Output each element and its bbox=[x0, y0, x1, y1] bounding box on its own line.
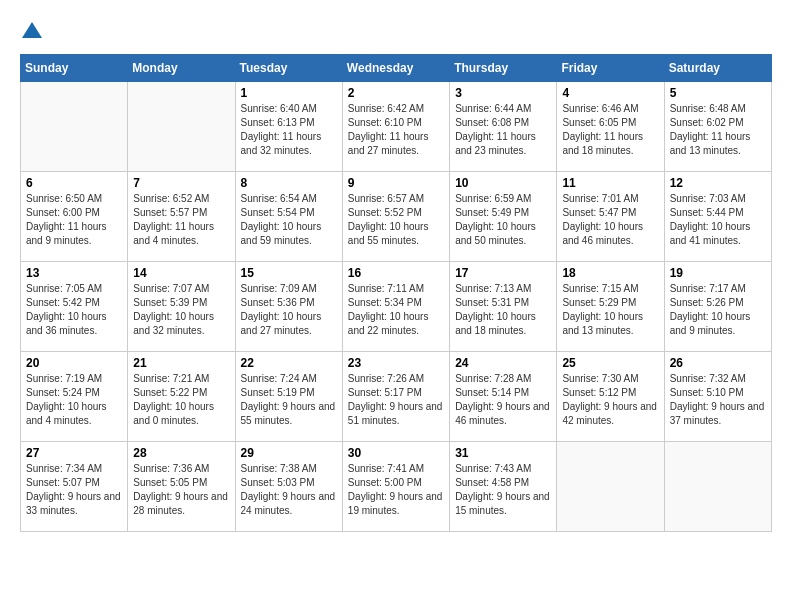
header-tuesday: Tuesday bbox=[235, 55, 342, 82]
calendar-cell: 7Sunrise: 6:52 AM Sunset: 5:57 PM Daylig… bbox=[128, 172, 235, 262]
calendar-week-row: 13Sunrise: 7:05 AM Sunset: 5:42 PM Dayli… bbox=[21, 262, 772, 352]
header-wednesday: Wednesday bbox=[342, 55, 449, 82]
day-number: 22 bbox=[241, 356, 337, 370]
day-number: 23 bbox=[348, 356, 444, 370]
day-info: Sunrise: 7:05 AM Sunset: 5:42 PM Dayligh… bbox=[26, 282, 122, 338]
header-sunday: Sunday bbox=[21, 55, 128, 82]
calendar-cell: 30Sunrise: 7:41 AM Sunset: 5:00 PM Dayli… bbox=[342, 442, 449, 532]
header-monday: Monday bbox=[128, 55, 235, 82]
day-info: Sunrise: 7:01 AM Sunset: 5:47 PM Dayligh… bbox=[562, 192, 658, 248]
day-info: Sunrise: 7:34 AM Sunset: 5:07 PM Dayligh… bbox=[26, 462, 122, 518]
calendar-cell: 19Sunrise: 7:17 AM Sunset: 5:26 PM Dayli… bbox=[664, 262, 771, 352]
calendar-cell bbox=[557, 442, 664, 532]
day-info: Sunrise: 6:44 AM Sunset: 6:08 PM Dayligh… bbox=[455, 102, 551, 158]
day-info: Sunrise: 7:17 AM Sunset: 5:26 PM Dayligh… bbox=[670, 282, 766, 338]
day-info: Sunrise: 7:36 AM Sunset: 5:05 PM Dayligh… bbox=[133, 462, 229, 518]
day-number: 21 bbox=[133, 356, 229, 370]
calendar-cell: 14Sunrise: 7:07 AM Sunset: 5:39 PM Dayli… bbox=[128, 262, 235, 352]
day-number: 19 bbox=[670, 266, 766, 280]
calendar-cell: 2Sunrise: 6:42 AM Sunset: 6:10 PM Daylig… bbox=[342, 82, 449, 172]
day-info: Sunrise: 7:07 AM Sunset: 5:39 PM Dayligh… bbox=[133, 282, 229, 338]
calendar-cell: 5Sunrise: 6:48 AM Sunset: 6:02 PM Daylig… bbox=[664, 82, 771, 172]
calendar-week-row: 27Sunrise: 7:34 AM Sunset: 5:07 PM Dayli… bbox=[21, 442, 772, 532]
calendar-cell: 28Sunrise: 7:36 AM Sunset: 5:05 PM Dayli… bbox=[128, 442, 235, 532]
day-number: 17 bbox=[455, 266, 551, 280]
day-info: Sunrise: 7:26 AM Sunset: 5:17 PM Dayligh… bbox=[348, 372, 444, 428]
day-number: 1 bbox=[241, 86, 337, 100]
day-number: 16 bbox=[348, 266, 444, 280]
calendar-cell: 21Sunrise: 7:21 AM Sunset: 5:22 PM Dayli… bbox=[128, 352, 235, 442]
day-info: Sunrise: 7:30 AM Sunset: 5:12 PM Dayligh… bbox=[562, 372, 658, 428]
day-info: Sunrise: 6:48 AM Sunset: 6:02 PM Dayligh… bbox=[670, 102, 766, 158]
svg-marker-0 bbox=[22, 22, 42, 38]
day-number: 24 bbox=[455, 356, 551, 370]
day-info: Sunrise: 7:15 AM Sunset: 5:29 PM Dayligh… bbox=[562, 282, 658, 338]
day-info: Sunrise: 6:54 AM Sunset: 5:54 PM Dayligh… bbox=[241, 192, 337, 248]
calendar-cell: 20Sunrise: 7:19 AM Sunset: 5:24 PM Dayli… bbox=[21, 352, 128, 442]
day-info: Sunrise: 6:57 AM Sunset: 5:52 PM Dayligh… bbox=[348, 192, 444, 248]
calendar-cell: 10Sunrise: 6:59 AM Sunset: 5:49 PM Dayli… bbox=[450, 172, 557, 262]
calendar-cell: 22Sunrise: 7:24 AM Sunset: 5:19 PM Dayli… bbox=[235, 352, 342, 442]
day-info: Sunrise: 6:42 AM Sunset: 6:10 PM Dayligh… bbox=[348, 102, 444, 158]
calendar-cell bbox=[21, 82, 128, 172]
calendar-cell: 29Sunrise: 7:38 AM Sunset: 5:03 PM Dayli… bbox=[235, 442, 342, 532]
day-number: 25 bbox=[562, 356, 658, 370]
header-friday: Friday bbox=[557, 55, 664, 82]
calendar-cell: 4Sunrise: 6:46 AM Sunset: 6:05 PM Daylig… bbox=[557, 82, 664, 172]
day-number: 5 bbox=[670, 86, 766, 100]
calendar-cell: 24Sunrise: 7:28 AM Sunset: 5:14 PM Dayli… bbox=[450, 352, 557, 442]
header-saturday: Saturday bbox=[664, 55, 771, 82]
day-number: 7 bbox=[133, 176, 229, 190]
calendar-cell: 18Sunrise: 7:15 AM Sunset: 5:29 PM Dayli… bbox=[557, 262, 664, 352]
day-info: Sunrise: 7:21 AM Sunset: 5:22 PM Dayligh… bbox=[133, 372, 229, 428]
calendar-cell: 15Sunrise: 7:09 AM Sunset: 5:36 PM Dayli… bbox=[235, 262, 342, 352]
header-thursday: Thursday bbox=[450, 55, 557, 82]
day-number: 8 bbox=[241, 176, 337, 190]
day-number: 6 bbox=[26, 176, 122, 190]
day-info: Sunrise: 7:09 AM Sunset: 5:36 PM Dayligh… bbox=[241, 282, 337, 338]
calendar-cell: 3Sunrise: 6:44 AM Sunset: 6:08 PM Daylig… bbox=[450, 82, 557, 172]
day-number: 14 bbox=[133, 266, 229, 280]
day-number: 12 bbox=[670, 176, 766, 190]
day-info: Sunrise: 7:11 AM Sunset: 5:34 PM Dayligh… bbox=[348, 282, 444, 338]
calendar-cell: 11Sunrise: 7:01 AM Sunset: 5:47 PM Dayli… bbox=[557, 172, 664, 262]
day-number: 26 bbox=[670, 356, 766, 370]
day-info: Sunrise: 7:28 AM Sunset: 5:14 PM Dayligh… bbox=[455, 372, 551, 428]
calendar-cell: 27Sunrise: 7:34 AM Sunset: 5:07 PM Dayli… bbox=[21, 442, 128, 532]
calendar-cell bbox=[128, 82, 235, 172]
day-info: Sunrise: 7:43 AM Sunset: 4:58 PM Dayligh… bbox=[455, 462, 551, 518]
day-number: 20 bbox=[26, 356, 122, 370]
calendar-cell: 26Sunrise: 7:32 AM Sunset: 5:10 PM Dayli… bbox=[664, 352, 771, 442]
calendar-cell: 25Sunrise: 7:30 AM Sunset: 5:12 PM Dayli… bbox=[557, 352, 664, 442]
day-number: 13 bbox=[26, 266, 122, 280]
day-number: 29 bbox=[241, 446, 337, 460]
calendar-cell: 16Sunrise: 7:11 AM Sunset: 5:34 PM Dayli… bbox=[342, 262, 449, 352]
day-number: 3 bbox=[455, 86, 551, 100]
day-number: 15 bbox=[241, 266, 337, 280]
calendar-cell: 13Sunrise: 7:05 AM Sunset: 5:42 PM Dayli… bbox=[21, 262, 128, 352]
day-info: Sunrise: 6:52 AM Sunset: 5:57 PM Dayligh… bbox=[133, 192, 229, 248]
day-info: Sunrise: 7:19 AM Sunset: 5:24 PM Dayligh… bbox=[26, 372, 122, 428]
day-number: 28 bbox=[133, 446, 229, 460]
day-info: Sunrise: 7:32 AM Sunset: 5:10 PM Dayligh… bbox=[670, 372, 766, 428]
calendar-cell: 23Sunrise: 7:26 AM Sunset: 5:17 PM Dayli… bbox=[342, 352, 449, 442]
day-info: Sunrise: 6:40 AM Sunset: 6:13 PM Dayligh… bbox=[241, 102, 337, 158]
calendar-cell: 17Sunrise: 7:13 AM Sunset: 5:31 PM Dayli… bbox=[450, 262, 557, 352]
day-info: Sunrise: 7:41 AM Sunset: 5:00 PM Dayligh… bbox=[348, 462, 444, 518]
day-number: 31 bbox=[455, 446, 551, 460]
logo-icon bbox=[20, 20, 44, 44]
calendar-week-row: 20Sunrise: 7:19 AM Sunset: 5:24 PM Dayli… bbox=[21, 352, 772, 442]
day-number: 4 bbox=[562, 86, 658, 100]
day-number: 18 bbox=[562, 266, 658, 280]
day-info: Sunrise: 7:03 AM Sunset: 5:44 PM Dayligh… bbox=[670, 192, 766, 248]
calendar-cell: 12Sunrise: 7:03 AM Sunset: 5:44 PM Dayli… bbox=[664, 172, 771, 262]
day-number: 9 bbox=[348, 176, 444, 190]
calendar-header-row: SundayMondayTuesdayWednesdayThursdayFrid… bbox=[21, 55, 772, 82]
day-info: Sunrise: 7:38 AM Sunset: 5:03 PM Dayligh… bbox=[241, 462, 337, 518]
day-info: Sunrise: 7:13 AM Sunset: 5:31 PM Dayligh… bbox=[455, 282, 551, 338]
calendar-cell: 1Sunrise: 6:40 AM Sunset: 6:13 PM Daylig… bbox=[235, 82, 342, 172]
day-number: 2 bbox=[348, 86, 444, 100]
day-info: Sunrise: 7:24 AM Sunset: 5:19 PM Dayligh… bbox=[241, 372, 337, 428]
calendar-week-row: 1Sunrise: 6:40 AM Sunset: 6:13 PM Daylig… bbox=[21, 82, 772, 172]
calendar-cell: 8Sunrise: 6:54 AM Sunset: 5:54 PM Daylig… bbox=[235, 172, 342, 262]
